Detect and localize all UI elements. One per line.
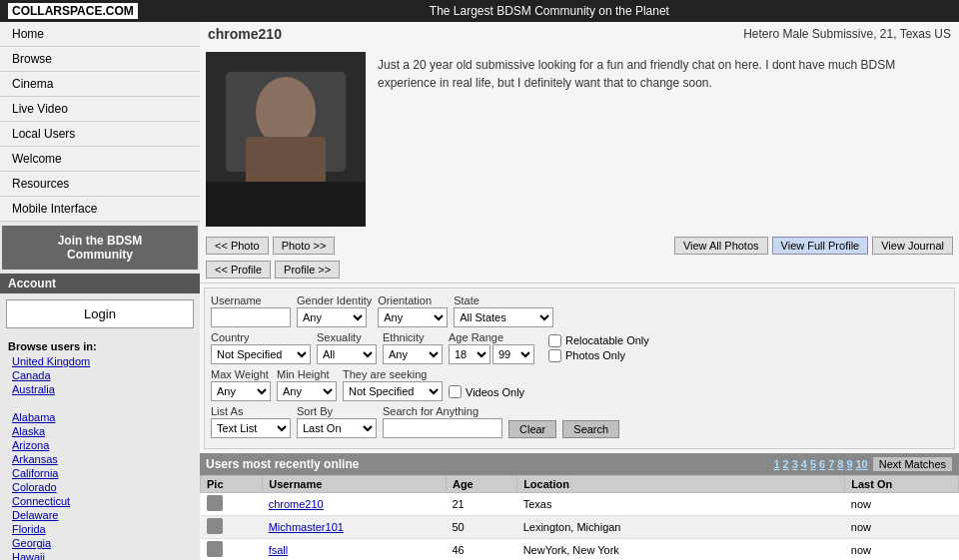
next-matches-button[interactable]: Next Matches [872,456,953,472]
state-link-alabama[interactable]: Alabama [0,410,200,424]
account-label: Account [0,274,200,293]
username-link[interactable]: Michmaster101 [269,521,344,533]
page-number-6[interactable]: 6 [819,458,825,470]
browse-label: Browse users in: [0,334,200,354]
sidebar-item-browse[interactable]: Browse [0,47,200,72]
main-layout: HomeBrowseCinemaLive VideoLocal UsersWel… [0,22,959,560]
sidebar-item-local-users[interactable]: Local Users [0,122,200,147]
state-link-delaware[interactable]: Delaware [0,508,200,522]
page-number-7[interactable]: 7 [828,458,834,470]
view-full-profile-button[interactable]: View Full Profile [772,237,869,255]
age-min-select[interactable]: 18 [449,344,490,364]
col-last-on: Last On [845,476,959,493]
username-input[interactable] [211,307,291,327]
relocatable-checkbox[interactable] [548,334,561,347]
sort-by-label: Sort By [297,405,377,417]
max-weight-label: Max Weight [211,368,271,380]
sidebar-item-live-video[interactable]: Live Video [0,97,200,122]
username-label: Username [211,294,291,306]
search-row-2: Country Not Specified Sexuality All Ethn… [211,331,948,364]
videos-only-checkbox[interactable] [449,385,462,398]
state-links: United KingdomCanadaAustraliaAlabamaAlas… [0,354,200,560]
photo-next-button[interactable]: Photo >> [273,237,336,255]
profile-image [206,52,366,227]
main-content: chrome210 Hetero Male Submissive, 21, Te… [200,22,959,560]
page-number-8[interactable]: 8 [837,458,843,470]
state-link-connecticut[interactable]: Connecticut [0,494,200,508]
sort-by-select[interactable]: Last On [297,418,377,438]
ethnicity-field: Ethnicity Any [383,331,443,364]
page-number-9[interactable]: 9 [846,458,852,470]
orientation-label: Orientation [378,294,448,306]
search-button[interactable]: Search [562,420,619,438]
max-weight-field: Max Weight Any [211,368,271,401]
profile-prev-button[interactable]: << Profile [206,261,271,279]
country-select[interactable]: Not Specified [211,344,311,364]
page-number-10[interactable]: 10 [856,458,868,470]
they-seeking-field: They are seeking Not Specified [343,368,443,401]
page-number-5[interactable]: 5 [810,458,816,470]
max-weight-select[interactable]: Any [211,381,271,401]
state-link-colorado[interactable]: Colorado [0,480,200,494]
ethnicity-label: Ethnicity [383,331,443,343]
photo-prev-button[interactable]: << Photo [206,237,269,255]
sexuality-select[interactable]: All [317,344,377,364]
profile-next-button[interactable]: Profile >> [275,261,340,279]
state-link-california[interactable]: California [0,466,200,480]
col-location: Location [517,476,845,493]
they-seeking-select[interactable]: Not Specified [343,381,443,401]
col-username: Username [263,476,447,493]
search-for-input[interactable] [383,418,502,438]
login-button[interactable]: Login [6,299,194,328]
gender-label: Gender Identity [297,294,372,306]
orientation-select[interactable]: Any [378,307,448,327]
state-link-united-kingdom[interactable]: United Kingdom [0,354,200,368]
list-as-select[interactable]: Text List [211,418,291,438]
page-number-4[interactable]: 4 [801,458,807,470]
list-as-label: List As [211,405,291,417]
sidebar-item-home[interactable]: Home [0,22,200,47]
sidebar-item-cinema[interactable]: Cinema [0,72,200,97]
state-label: State [454,294,553,306]
photos-only-checkbox[interactable] [548,349,561,362]
username-link[interactable]: chrome210 [269,498,324,510]
state-link-australia[interactable]: Australia [0,382,200,396]
clear-button[interactable]: Clear [508,420,556,438]
user-age: 50 [446,516,516,539]
col-age: Age [446,476,516,493]
view-journal-button[interactable]: View Journal [872,237,953,255]
view-buttons: View All Photos View Full Profile View J… [674,237,953,255]
page-number-3[interactable]: 3 [792,458,798,470]
join-bdsm-button[interactable]: Join the BDSM Community [2,226,198,270]
username-link[interactable]: fsall [269,544,289,556]
sidebar-item-resources[interactable]: Resources [0,172,200,197]
page-number-2[interactable]: 2 [783,458,789,470]
state-link-canada[interactable]: Canada [0,368,200,382]
user-age: 46 [446,539,516,561]
sidebar-item-mobile-interface[interactable]: Mobile Interface [0,197,200,222]
age-max-select[interactable]: 99 [492,344,534,364]
state-link-alaska[interactable]: Alaska [0,424,200,438]
svg-point-2 [256,77,316,147]
user-last-on: now [845,539,959,561]
state-select[interactable]: All States [454,307,553,327]
state-link-hawaii[interactable]: Hawaii [0,550,200,560]
state-link-arizona[interactable]: Arizona [0,438,200,452]
gender-field: Gender Identity Any [297,294,372,327]
state-link-georgia[interactable]: Georgia [0,536,200,550]
page-number-1[interactable]: 1 [773,458,779,470]
username-field: Username [211,294,291,327]
table-header: PicUsernameAgeLocationLast On [201,476,959,493]
gender-select[interactable]: Any [297,307,367,327]
search-row-3: Max Weight Any Min Height Any They are s… [211,368,948,401]
table-row: Michmaster10150Lexington, Michigannow [201,516,959,539]
state-link-florida[interactable]: Florida [0,522,200,536]
sexuality-label: Sexuality [317,331,377,343]
ethnicity-select[interactable]: Any [383,344,443,364]
min-height-select[interactable]: Any [277,381,337,401]
sidebar-item-welcome[interactable]: Welcome [0,147,200,172]
table-row: chrome21021Texasnow [201,493,959,516]
photo-navigation: << Photo Photo >> View All Photos View F… [200,233,959,259]
view-all-photos-button[interactable]: View All Photos [674,237,768,255]
state-link-arkansas[interactable]: Arkansas [0,452,200,466]
